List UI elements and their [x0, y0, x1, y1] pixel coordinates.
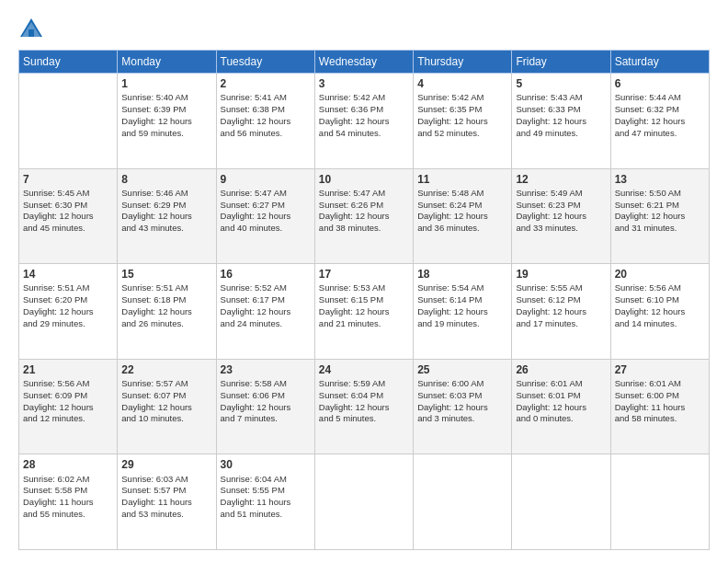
sunrise-text: Sunrise: 5:46 AM [121, 188, 211, 200]
sunset-text: Sunset: 6:03 PM [417, 390, 507, 402]
sunrise-text: Sunrise: 6:00 AM [417, 378, 507, 390]
sunset-text: Sunset: 6:24 PM [417, 200, 507, 212]
daylight-text: and 29 minutes. [23, 318, 113, 330]
calendar-cell [610, 454, 709, 550]
daylight-text: Daylight: 12 hours [23, 402, 113, 414]
week-row-3: 21Sunrise: 5:56 AMSunset: 6:09 PMDayligh… [19, 359, 710, 454]
daylight-text: and 54 minutes. [319, 128, 409, 140]
daylight-text: and 56 minutes. [221, 128, 311, 140]
sunrise-text: Sunrise: 5:54 AM [417, 282, 507, 294]
day-number: 13 [615, 172, 705, 187]
calendar-cell [314, 454, 413, 550]
daylight-text: and 5 minutes. [319, 413, 409, 425]
sunset-text: Sunset: 6:36 PM [319, 104, 409, 116]
daylight-text: Daylight: 11 hours [121, 497, 211, 509]
day-number: 20 [615, 267, 705, 282]
sunset-text: Sunset: 6:15 PM [319, 294, 409, 306]
sunrise-text: Sunrise: 6:04 AM [221, 474, 311, 486]
day-number: 4 [417, 76, 507, 91]
day-number: 17 [319, 267, 409, 282]
sunrise-text: Sunrise: 6:01 AM [516, 378, 606, 390]
daylight-text: and 19 minutes. [417, 318, 507, 330]
calendar-cell: 16Sunrise: 5:52 AMSunset: 6:17 PMDayligh… [216, 264, 314, 360]
sunrise-text: Sunrise: 5:51 AM [23, 282, 113, 294]
daylight-text: and 55 minutes. [23, 509, 113, 521]
column-header-wednesday: Wednesday [314, 51, 413, 74]
sunrise-text: Sunrise: 5:55 AM [516, 282, 606, 294]
day-number: 10 [319, 172, 409, 187]
daylight-text: and 40 minutes. [221, 223, 311, 235]
daylight-text: Daylight: 12 hours [221, 116, 311, 128]
calendar-cell: 25Sunrise: 6:00 AMSunset: 6:03 PMDayligh… [414, 359, 512, 454]
header [18, 17, 710, 42]
column-header-thursday: Thursday [414, 51, 512, 74]
calendar-cell: 24Sunrise: 5:59 AMSunset: 6:04 PMDayligh… [314, 359, 413, 454]
day-number: 23 [221, 362, 311, 377]
calendar-cell: 21Sunrise: 5:56 AMSunset: 6:09 PMDayligh… [19, 359, 118, 454]
daylight-text: and 24 minutes. [221, 318, 311, 330]
day-number: 1 [121, 76, 211, 91]
day-number: 11 [417, 172, 507, 187]
sunset-text: Sunset: 6:12 PM [516, 294, 606, 306]
sunset-text: Sunset: 5:57 PM [121, 485, 211, 497]
day-number: 24 [319, 362, 409, 377]
daylight-text: Daylight: 12 hours [319, 211, 409, 223]
day-number: 3 [319, 76, 409, 91]
week-row-1: 7Sunrise: 5:45 AMSunset: 6:30 PMDaylight… [19, 168, 710, 264]
column-header-tuesday: Tuesday [216, 51, 314, 74]
daylight-text: Daylight: 12 hours [319, 402, 409, 414]
day-number: 8 [121, 172, 211, 187]
day-number: 9 [221, 172, 311, 187]
sunrise-text: Sunrise: 5:42 AM [417, 92, 507, 104]
day-number: 15 [121, 267, 211, 282]
daylight-text: Daylight: 12 hours [221, 306, 311, 318]
daylight-text: Daylight: 12 hours [221, 402, 311, 414]
logo [18, 17, 48, 42]
calendar-cell: 4Sunrise: 5:42 AMSunset: 6:35 PMDaylight… [414, 74, 512, 169]
calendar-cell: 15Sunrise: 5:51 AMSunset: 6:18 PMDayligh… [118, 264, 216, 360]
daylight-text: and 7 minutes. [221, 413, 311, 425]
sunset-text: Sunset: 6:27 PM [221, 200, 311, 212]
daylight-text: and 52 minutes. [417, 128, 507, 140]
day-number: 30 [221, 457, 311, 472]
sunset-text: Sunset: 6:09 PM [23, 390, 113, 402]
sunset-text: Sunset: 6:20 PM [23, 294, 113, 306]
calendar-cell: 30Sunrise: 6:04 AMSunset: 5:55 PMDayligh… [216, 454, 314, 550]
column-header-saturday: Saturday [610, 51, 709, 74]
sunset-text: Sunset: 6:14 PM [417, 294, 507, 306]
column-header-friday: Friday [512, 51, 610, 74]
daylight-text: Daylight: 12 hours [417, 211, 507, 223]
daylight-text: Daylight: 12 hours [516, 402, 606, 414]
sunset-text: Sunset: 6:23 PM [516, 200, 606, 212]
calendar-cell: 10Sunrise: 5:47 AMSunset: 6:26 PMDayligh… [314, 168, 413, 264]
sunrise-text: Sunrise: 5:59 AM [319, 378, 409, 390]
day-number: 7 [23, 172, 113, 187]
page: SundayMondayTuesdayWednesdayThursdayFrid… [0, 0, 728, 563]
sunrise-text: Sunrise: 5:50 AM [615, 188, 705, 200]
calendar-cell: 8Sunrise: 5:46 AMSunset: 6:29 PMDaylight… [118, 168, 216, 264]
daylight-text: and 26 minutes. [121, 318, 211, 330]
sunset-text: Sunset: 6:10 PM [615, 294, 705, 306]
column-header-sunday: Sunday [19, 51, 118, 74]
calendar-cell: 6Sunrise: 5:44 AMSunset: 6:32 PMDaylight… [610, 74, 709, 169]
calendar-cell: 13Sunrise: 5:50 AMSunset: 6:21 PMDayligh… [610, 168, 709, 264]
day-number: 28 [23, 457, 113, 472]
calendar-table: SundayMondayTuesdayWednesdayThursdayFrid… [18, 50, 710, 550]
day-number: 12 [516, 172, 606, 187]
sunrise-text: Sunrise: 5:44 AM [615, 92, 705, 104]
sunrise-text: Sunrise: 5:52 AM [221, 282, 311, 294]
day-number: 26 [516, 362, 606, 377]
sunrise-text: Sunrise: 5:41 AM [221, 92, 311, 104]
sunset-text: Sunset: 6:39 PM [121, 104, 211, 116]
calendar-cell [414, 454, 512, 550]
daylight-text: Daylight: 11 hours [23, 497, 113, 509]
daylight-text: Daylight: 12 hours [516, 211, 606, 223]
calendar-cell: 18Sunrise: 5:54 AMSunset: 6:14 PMDayligh… [414, 264, 512, 360]
day-number: 29 [121, 457, 211, 472]
sunrise-text: Sunrise: 5:58 AM [221, 378, 311, 390]
daylight-text: Daylight: 12 hours [615, 116, 705, 128]
sunset-text: Sunset: 6:30 PM [23, 200, 113, 212]
sunrise-text: Sunrise: 5:45 AM [23, 188, 113, 200]
day-number: 5 [516, 76, 606, 91]
calendar-cell: 1Sunrise: 5:40 AMSunset: 6:39 PMDaylight… [118, 74, 216, 169]
